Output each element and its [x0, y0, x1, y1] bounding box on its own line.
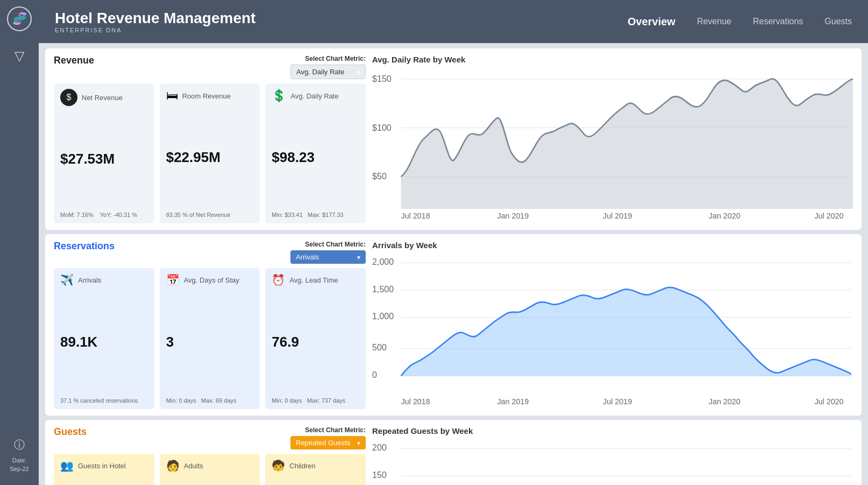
avg-lead-value: 76.9: [272, 334, 359, 350]
guests-hotel-label: Guests in Hotel: [78, 462, 126, 470]
room-revenue-label: Room Revenue: [182, 92, 231, 100]
logo: 🧬: [7, 6, 32, 33]
svg-text:Jul 2018: Jul 2018: [401, 212, 430, 220]
revenue-title: Revenue: [54, 55, 94, 66]
adults-icon: 🧑: [166, 459, 180, 472]
header: Hotel Revenue Management ENTERPRISE DNA …: [39, 0, 868, 43]
avg-stay-sub: Min: 0 days Max: 69 days: [166, 397, 254, 404]
guests-chart-title: Repeated Guests by Week: [372, 426, 853, 435]
guests-metric-dropdown[interactable]: Repeated Guests: [290, 436, 366, 449]
net-revenue-label: Net Revenue: [82, 94, 123, 102]
avg-stay-label: Avg. Days of Stay: [184, 276, 239, 284]
main-nav: Overview Revenue Reservations Guests: [628, 16, 852, 28]
nav-overview[interactable]: Overview: [628, 16, 675, 28]
guests-hotel-icon: 👥: [60, 459, 74, 472]
net-revenue-value: $27.53M: [60, 151, 148, 167]
svg-text:$150: $150: [372, 74, 392, 83]
svg-text:$50: $50: [372, 171, 387, 181]
revenue-section: Revenue Select Chart Metric: Avg. Daily …: [45, 48, 862, 230]
svg-text:Jan 2019: Jan 2019: [497, 397, 529, 406]
avg-stay-card: 📅 Avg. Days of Stay 3 Min: 0 days Max: 6…: [160, 268, 260, 409]
room-revenue-value: $22.95M: [166, 149, 254, 166]
info-icon[interactable]: ⓘ: [14, 438, 25, 452]
avg-lead-label: Avg. Lead Time: [289, 276, 338, 284]
svg-text:Jul 2019: Jul 2019: [603, 212, 632, 220]
reservations-metric-label: Select Chart Metric:: [305, 241, 366, 248]
revenue-metric-label: Select Chart Metric:: [305, 55, 366, 62]
nav-revenue[interactable]: Revenue: [697, 17, 731, 26]
arrivals-sub: 37.1 % canceled reservations: [60, 397, 148, 404]
avg-lead-icon: ⏰: [272, 273, 285, 286]
room-revenue-sub: 83.35 % of Net Revenue: [166, 212, 254, 218]
guests-section: Guests Select Chart Metric: Repeated Gue…: [45, 420, 862, 485]
svg-text:1,000: 1,000: [372, 311, 394, 321]
avg-rate-value: $98.23: [272, 149, 359, 166]
avg-stay-icon: 📅: [166, 273, 180, 286]
adults-card: 🧑 Adults 162.4K: [160, 454, 260, 485]
room-revenue-card: 🛏 Room Revenue $22.95M 83.35 % of Net Re…: [160, 83, 260, 223]
svg-text:🧬: 🧬: [12, 11, 27, 26]
net-revenue-sub: MoM: 7.16% YoY: -40.31 %: [60, 212, 148, 218]
svg-text:Jul 2020: Jul 2020: [814, 212, 843, 220]
net-revenue-icon: $: [60, 89, 77, 106]
revenue-chart-area: Avg. Daily Rate by Week $150 $100 $50: [372, 55, 853, 223]
svg-text:Jan 2020: Jan 2020: [709, 212, 741, 220]
dashboard-content: Revenue Select Chart Metric: Avg. Daily …: [39, 43, 868, 485]
net-revenue-card: $ Net Revenue $27.53M MoM: 7.16% YoY: -4…: [54, 83, 154, 223]
svg-text:150: 150: [372, 470, 387, 480]
children-card: 🧒 Children 9.7K: [265, 454, 366, 485]
avg-rate-sub: Min: $33.41 Max: $177.33: [272, 212, 359, 218]
filter-icon[interactable]: ▽: [15, 48, 24, 64]
guests-metric-label: Select Chart Metric:: [305, 426, 366, 434]
avg-stay-value: 3: [166, 334, 254, 350]
revenue-metric-dropdown[interactable]: Avg. Daily Rate: [290, 65, 366, 79]
app-subtitle: ENTERPRISE DNA: [55, 27, 628, 33]
avg-lead-card: ⏰ Avg. Lead Time 76.9 Min: 0 days Max: 7…: [265, 268, 366, 409]
room-revenue-icon: 🛏: [166, 89, 178, 103]
reservations-metric-dropdown[interactable]: Arrivals: [290, 250, 366, 264]
adults-label: Adults: [184, 462, 203, 470]
svg-text:2,000: 2,000: [372, 257, 394, 266]
sidebar: 🧬 ▽ ⓘ Date: Sep-22: [0, 0, 39, 485]
svg-text:Jul 2019: Jul 2019: [603, 397, 632, 406]
arrivals-label: Arrivals: [78, 276, 101, 284]
svg-text:Jan 2020: Jan 2020: [709, 397, 741, 406]
avg-lead-sub: Min: 0 days Max: 737 days: [272, 397, 359, 404]
svg-text:1,500: 1,500: [372, 284, 394, 293]
nav-guests[interactable]: Guests: [824, 17, 852, 26]
svg-text:Jan 2019: Jan 2019: [497, 212, 529, 220]
revenue-chart-title: Avg. Daily Rate by Week: [372, 55, 853, 64]
svg-text:Jul 2020: Jul 2020: [814, 397, 843, 406]
reservations-section: Reservations Select Chart Metric: Arriva…: [45, 234, 862, 416]
svg-text:Jul 2018: Jul 2018: [401, 397, 430, 406]
avg-rate-label: Avg. Daily Rate: [290, 92, 338, 100]
guests-chart-area: Repeated Guests by Week 200 150 100 50 0: [372, 426, 853, 485]
reservations-title: Reservations: [54, 241, 115, 252]
svg-text:0: 0: [372, 370, 377, 379]
arrivals-icon: ✈️: [60, 273, 74, 286]
svg-text:500: 500: [372, 342, 387, 352]
arrivals-value: 89.1K: [60, 334, 148, 350]
nav-reservations[interactable]: Reservations: [753, 17, 803, 26]
guests-title: Guests: [54, 426, 87, 438]
date-display: Date: Sep-22: [10, 456, 29, 473]
children-icon: 🧒: [272, 459, 285, 472]
svg-text:$100: $100: [372, 123, 392, 132]
guests-hotel-card: 👥 Guests in Hotel 172.1K: [54, 454, 154, 485]
avg-daily-rate-card: 💲 Avg. Daily Rate $98.23 Min: $33.41 Max…: [265, 83, 366, 223]
avg-rate-icon: 💲: [272, 89, 286, 103]
svg-text:200: 200: [372, 442, 387, 452]
arrivals-card: ✈️ Arrivals 89.1K 37.1 % canceled reserv…: [54, 268, 154, 409]
reservations-chart-title: Arrivals by Week: [372, 241, 853, 250]
children-label: Children: [289, 462, 315, 470]
app-title: Hotel Revenue Management: [55, 10, 628, 27]
reservations-chart-area: Arrivals by Week 2,000 1,500 1,000 500 0: [372, 241, 853, 409]
